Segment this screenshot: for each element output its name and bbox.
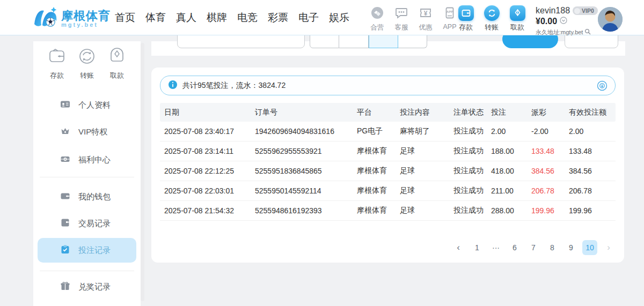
transaction-record-icon xyxy=(60,218,70,229)
nav-item-entertainment[interactable]: 娱乐 xyxy=(328,9,350,27)
transfer-outline-icon xyxy=(77,47,97,68)
sidebar-item-wallet[interactable]: 我的钱包 xyxy=(38,186,136,207)
permanent-address: 永久地址:mgty.bet xyxy=(536,28,583,36)
withdraw-action[interactable]: 取款 xyxy=(507,5,528,32)
cell-valid-bet: 133.48 xyxy=(565,147,616,155)
cell-bet: 288.00 xyxy=(487,206,527,215)
cell-payout: 206.78 xyxy=(527,186,565,195)
cell-order-no: 5255962955553921 xyxy=(251,147,353,155)
prev-page-button[interactable]: ‹ xyxy=(451,240,466,255)
withdraw-icon xyxy=(510,5,525,21)
table-header-row: 日期 订单号 平台 投注内容 注单状态 投注 派彩 有效投注额 xyxy=(160,103,616,122)
nav-item-home[interactable]: 首页 xyxy=(114,9,136,27)
sidebar-deposit[interactable]: 存款 xyxy=(42,47,72,80)
service-chat-icon xyxy=(394,6,408,22)
transfer-action[interactable]: 转账 xyxy=(481,5,502,32)
nav-item-lottery[interactable]: 彩票 xyxy=(267,9,289,27)
sidebar-item-transactions-label: 交易记录 xyxy=(78,219,111,229)
service-tool-label: 客服 xyxy=(395,23,408,32)
cell-content: 麻将胡了 xyxy=(396,126,449,136)
username: kevin188 xyxy=(536,6,570,16)
nav-item-sports[interactable]: 体育 xyxy=(144,9,167,27)
col-content: 投注内容 xyxy=(396,108,449,117)
brand-name: 摩根体育 xyxy=(61,10,111,22)
user-block[interactable]: kevin188 VIP0 ¥0.00 永久地址:mgty.bet xyxy=(536,6,596,37)
balance-dropdown-icon[interactable] xyxy=(560,17,567,26)
balance-amount: ¥0.00 xyxy=(536,17,557,26)
sidebar-deposit-label: 存款 xyxy=(50,71,64,80)
promo-tool[interactable]: ¥ 优惠 xyxy=(416,6,435,32)
cell-date: 2025-07-08 23:14:11 xyxy=(160,147,251,155)
cell-valid-bet: 384.56 xyxy=(565,167,616,175)
nav-item-esports[interactable]: 电竞 xyxy=(236,9,259,27)
cell-content: 足球 xyxy=(396,166,449,176)
sidebar-withdraw[interactable]: 取款 xyxy=(102,47,132,80)
cell-valid-bet: 2.00 xyxy=(565,127,616,136)
sidebar-item-welfare[interactable]: 福利中心 xyxy=(38,149,136,170)
page-button-10-active[interactable]: 10 xyxy=(582,240,597,255)
sidebar-item-vip[interactable]: VIP特权 xyxy=(38,121,136,143)
table-row: 2025-07-08 23:40:17 1942609694094831616 … xyxy=(160,122,616,141)
withdraw-label: 取款 xyxy=(510,23,524,32)
cell-payout: 199.96 xyxy=(527,206,565,215)
cell-bet: 418.00 xyxy=(487,167,527,175)
sidebar-transfer[interactable]: 转账 xyxy=(72,47,102,80)
promo-yen-icon: ¥ xyxy=(419,6,433,22)
gift-icon xyxy=(60,281,70,293)
service-tool[interactable]: 客服 xyxy=(392,6,411,32)
welfare-box-icon xyxy=(60,154,70,166)
sidebar-divider-1 xyxy=(40,177,134,177)
sidebar-withdraw-label: 取款 xyxy=(110,71,124,80)
page-button-9[interactable]: 9 xyxy=(564,240,579,255)
partner-tool-label: 合营 xyxy=(371,23,384,32)
crown-icon xyxy=(60,126,70,138)
sidebar-item-transactions[interactable]: 交易记录 xyxy=(38,213,136,234)
nav-item-cards[interactable]: 棋牌 xyxy=(206,9,228,27)
bet-records-card: 共计95笔投注，流水：3824.72 日期 订单号 平台 投注内容 注单状态 投… xyxy=(151,68,624,263)
cell-platform: 摩根体育 xyxy=(353,166,396,176)
page-button-1[interactable]: 1 xyxy=(470,240,485,255)
wallet-icon xyxy=(60,191,70,203)
next-page-button[interactable]: › xyxy=(601,240,616,255)
nav-item-slots[interactable]: 电子 xyxy=(297,9,320,27)
bet-records-table: 日期 订单号 平台 投注内容 注单状态 投注 派彩 有效投注额 2025-07-… xyxy=(160,103,616,221)
handshake-icon xyxy=(370,6,384,22)
summary-toggle-icon[interactable] xyxy=(597,80,608,91)
deposit-action[interactable]: 存款 xyxy=(455,5,477,32)
partner-tool[interactable]: 合营 xyxy=(368,6,386,32)
sidebar-item-wallet-label: 我的钱包 xyxy=(78,192,111,202)
brand-logo[interactable]: 摩根体育 mgty.bet xyxy=(33,6,111,31)
sidebar-item-welfare-label: 福利中心 xyxy=(78,155,111,165)
header-tools: 合营 客服 ¥ 优惠 APP xyxy=(368,6,459,32)
top-header: 摩根体育 mgty.bet 首页 体育 真人 棋牌 电竞 彩票 电子 娱乐 合营 xyxy=(0,0,644,35)
cell-payout: -2.00 xyxy=(527,127,565,136)
wallet-actions: 存款 转账 取款 xyxy=(455,5,528,32)
cell-payout: 384.56 xyxy=(527,167,565,175)
summary-text: 共计95笔投注，流水：3824.72 xyxy=(182,81,286,91)
cell-order-no: 5255950145592114 xyxy=(251,186,353,195)
cell-status: 投注成功 xyxy=(449,206,487,215)
nav-item-live[interactable]: 真人 xyxy=(175,9,197,27)
table-row: 2025-07-08 23:14:11 5255962955553921 摩根体… xyxy=(160,141,616,161)
sidebar-scrollbar[interactable] xyxy=(141,43,144,301)
sidebar-item-profile-label: 个人资料 xyxy=(78,100,111,110)
sidebar-item-bet-records[interactable]: 投注记录 xyxy=(38,238,136,263)
sidebar-item-prizes[interactable]: 兑奖记录 xyxy=(38,276,136,297)
table-row: 2025-07-08 22:03:01 5255950145592114 摩根体… xyxy=(160,181,616,201)
page-ellipsis[interactable]: ··· xyxy=(488,240,503,255)
cell-status: 投注成功 xyxy=(449,146,487,156)
page-button-7[interactable]: 7 xyxy=(526,240,541,255)
page-button-6[interactable]: 6 xyxy=(507,240,522,255)
page-button-8[interactable]: 8 xyxy=(545,240,560,255)
brand-domain: mgty.bet xyxy=(61,22,111,28)
magnifier-icon[interactable] xyxy=(584,27,591,37)
sidebar-item-profile[interactable]: 个人资料 xyxy=(38,94,136,116)
withdraw-outline-icon xyxy=(107,47,127,68)
cell-bet: 2.00 xyxy=(487,127,527,136)
deposit-label: 存款 xyxy=(459,23,473,32)
svg-text:APP: APP xyxy=(447,10,453,13)
user-avatar[interactable] xyxy=(598,7,623,32)
deposit-outline-icon xyxy=(47,47,67,68)
vip-badge-label: VIP0 xyxy=(582,8,594,14)
col-valid-bet: 有效投注额 xyxy=(565,108,616,117)
